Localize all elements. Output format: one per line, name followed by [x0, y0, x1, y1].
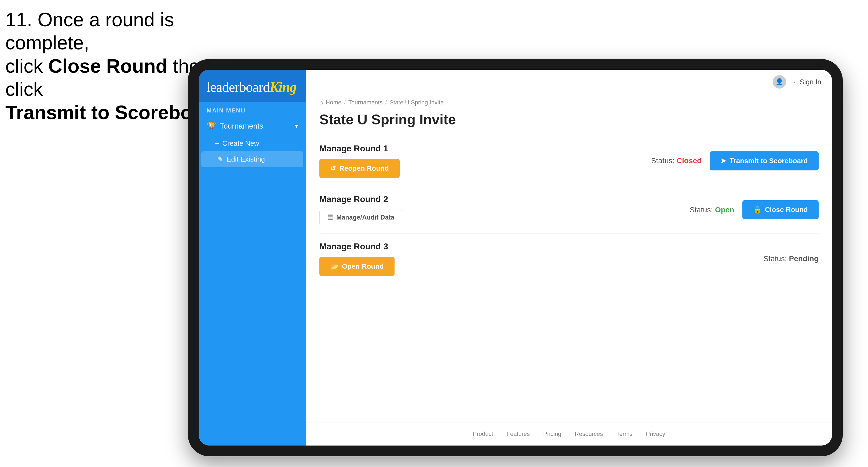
- logo-area: leaderboardKing: [198, 70, 306, 102]
- main-menu-label: MAIN MENU: [198, 102, 306, 117]
- send-icon: ➤: [720, 157, 726, 165]
- sign-in-area[interactable]: 👤 → Sign In: [773, 75, 821, 89]
- round-section-3: Manage Round 3 📂 Open Round Status: Pend…: [319, 234, 818, 284]
- open-icon: 📂: [330, 262, 339, 271]
- tablet-frame: leaderboardKing MAIN MENU 🏆 Tournaments …: [188, 59, 843, 456]
- open-round-button[interactable]: 📂 Open Round: [319, 257, 395, 276]
- tablet-screen: leaderboardKing MAIN MENU 🏆 Tournaments …: [198, 70, 832, 445]
- open-round-label: Open Round: [342, 262, 384, 271]
- round-section-2: Manage Round 2 ☰ Manage/Audit Data Statu…: [319, 186, 818, 234]
- logo-king: King: [270, 80, 296, 95]
- user-avatar: 👤: [773, 75, 786, 89]
- round-2-title: Manage Round 2: [319, 194, 402, 204]
- footer: Product Features Pricing Resources Terms…: [306, 422, 832, 445]
- round-section-1: Manage Round 1 ↺ Reopen Round Status: Cl…: [319, 135, 818, 186]
- round-3-status: Status: Pending: [764, 254, 818, 263]
- close-round-label: Close Round: [765, 206, 808, 214]
- footer-link-pricing[interactable]: Pricing: [543, 431, 561, 437]
- footer-link-privacy[interactable]: Privacy: [646, 431, 665, 437]
- manage-icon: ☰: [327, 214, 333, 221]
- edit-icon: ✎: [217, 155, 223, 163]
- close-round-button[interactable]: 🔒 Close Round: [742, 200, 818, 219]
- page-title: State U Spring Invite: [306, 109, 832, 135]
- sidebar-create-new-label: Create New: [222, 139, 259, 148]
- chevron-down-icon: ▾: [295, 123, 298, 130]
- round-3-title: Manage Round 3: [319, 242, 395, 251]
- main-content: 👤 → Sign In ⌂ Home / Tournaments / State…: [306, 70, 832, 445]
- footer-link-product[interactable]: Product: [473, 431, 493, 437]
- round-2-left: Manage Round 2 ☰ Manage/Audit Data: [319, 194, 402, 225]
- trophy-icon: 🏆: [207, 122, 216, 130]
- instruction-line1: 11. Once a round is complete,: [5, 8, 247, 55]
- round-3-status-value: Pending: [789, 254, 818, 263]
- sidebar-item-tournaments[interactable]: 🏆 Tournaments ▾: [198, 117, 306, 135]
- round-1-left: Manage Round 1 ↺ Reopen Round: [319, 144, 400, 178]
- breadcrumb-home[interactable]: Home: [326, 99, 341, 106]
- content-area: Manage Round 1 ↺ Reopen Round Status: Cl…: [306, 135, 832, 422]
- app-logo: leaderboardKing: [207, 79, 298, 95]
- breadcrumb-tournaments[interactable]: Tournaments: [348, 99, 382, 106]
- round-3-left: Manage Round 3 📂 Open Round: [319, 242, 395, 276]
- round-2-right: Status: Open 🔒 Close Round: [689, 200, 818, 219]
- top-nav: 👤 → Sign In: [306, 70, 832, 94]
- logo-regular: leaderboard: [207, 80, 270, 95]
- reopen-icon: ↺: [330, 164, 336, 173]
- sidebar-item-create-new[interactable]: + Create New: [198, 135, 306, 151]
- transmit-label: Transmit to Scoreboard: [730, 157, 808, 165]
- home-icon: ⌂: [319, 99, 323, 106]
- manage-audit-data-button[interactable]: ☰ Manage/Audit Data: [319, 210, 402, 225]
- footer-link-features[interactable]: Features: [506, 431, 530, 437]
- round-1-status-value: Closed: [677, 156, 702, 165]
- round-1-status: Status: Closed: [651, 156, 702, 165]
- sign-in-label: Sign In: [800, 78, 821, 86]
- app-container: leaderboardKing MAIN MENU 🏆 Tournaments …: [198, 70, 832, 445]
- sidebar-edit-existing-label: Edit Existing: [226, 155, 265, 163]
- sidebar: leaderboardKing MAIN MENU 🏆 Tournaments …: [198, 70, 306, 445]
- arrow-right-icon: →: [789, 78, 796, 86]
- breadcrumb-sep-2: /: [385, 99, 387, 106]
- round-3-right: Status: Pending: [764, 254, 818, 263]
- breadcrumb: ⌂ Home / Tournaments / State U Spring In…: [306, 94, 832, 109]
- plus-icon: +: [215, 139, 219, 148]
- sidebar-tournaments-label: Tournaments: [220, 122, 263, 130]
- round-2-status: Status: Open: [689, 206, 734, 214]
- round-2-status-value: Open: [715, 206, 734, 214]
- breadcrumb-sep-1: /: [344, 99, 346, 106]
- breadcrumb-current: State U Spring Invite: [390, 99, 444, 106]
- sidebar-item-edit-existing[interactable]: ✎ Edit Existing: [201, 151, 303, 167]
- manage-audit-label: Manage/Audit Data: [336, 214, 394, 221]
- transmit-to-scoreboard-button[interactable]: ➤ Transmit to Scoreboard: [710, 151, 818, 170]
- footer-link-resources[interactable]: Resources: [575, 431, 603, 437]
- reopen-round-label: Reopen Round: [339, 164, 389, 173]
- lock-icon: 🔒: [753, 206, 762, 214]
- round-1-title: Manage Round 1: [319, 144, 400, 154]
- footer-link-terms[interactable]: Terms: [617, 431, 632, 437]
- reopen-round-button[interactable]: ↺ Reopen Round: [319, 159, 400, 178]
- round-1-right: Status: Closed ➤ Transmit to Scoreboard: [651, 151, 818, 170]
